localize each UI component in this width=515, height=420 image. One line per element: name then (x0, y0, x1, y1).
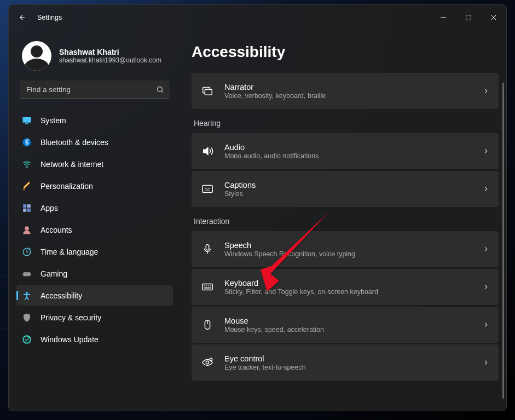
eye-icon (201, 356, 213, 369)
sidebar-item-label: Network & internet (40, 160, 103, 169)
card-title: Speech (224, 241, 471, 250)
card-title: Eye control (224, 354, 471, 363)
card-body: NarratorVoice, verbosity, keyboard, brai… (224, 83, 471, 100)
maximize-button[interactable] (456, 9, 481, 26)
card-title: Narrator (224, 83, 471, 91)
svg-point-17 (28, 273, 29, 274)
sidebar-item-gaming[interactable]: Gaming (16, 263, 173, 284)
sidebar-item-system[interactable]: System (16, 110, 173, 130)
card-title: Mouse (224, 317, 471, 325)
svg-rect-11 (27, 208, 31, 211)
sidebar-item-accounts[interactable]: Accounts (16, 220, 173, 240)
audio-icon (201, 145, 213, 157)
sidebar-item-label: Privacy & security (40, 313, 101, 322)
scrollbar[interactable] (502, 83, 504, 399)
gamepad-icon (22, 269, 32, 279)
sidebar-item-label: Time & language (40, 248, 98, 256)
sidebar-item-label: Bluetooth & devices (40, 138, 108, 147)
sidebar: Shashwat Khatri shashwat.khatri1993@outl… (9, 30, 178, 411)
card-eye[interactable]: Eye controlEye tracker, text-to-speech (192, 344, 499, 381)
card-speech[interactable]: SpeechWindows Speech Recognition, voice … (192, 231, 499, 267)
update-icon (22, 335, 32, 344)
page-title: Accessibility (192, 43, 499, 61)
monitor-icon (22, 116, 32, 125)
keyboard-icon (201, 281, 213, 293)
card-subtitle: Voice, verbosity, keyboard, braille (224, 92, 471, 100)
minimize-button[interactable] (431, 9, 456, 26)
section-label-interaction: Interaction (194, 217, 499, 226)
window-title: Settings (37, 14, 62, 21)
shield-icon (22, 313, 32, 323)
card-title: Keyboard (224, 279, 471, 287)
sidebar-item-label: Personalization (40, 182, 93, 191)
svg-point-29 (210, 358, 212, 361)
sidebar-item-network[interactable]: Network & internet (16, 154, 173, 174)
svg-point-12 (25, 226, 29, 231)
sidebar-item-update[interactable]: Windows Update (16, 329, 173, 349)
user-name: Shashwat Khatri (59, 48, 161, 56)
svg-rect-3 (23, 117, 31, 123)
main-content: Accessibility NarratorVoice, verbosity, … (178, 30, 506, 411)
svg-text:CC: CC (205, 187, 211, 192)
svg-point-14 (28, 248, 31, 250)
card-subtitle: Eye tracker, text-to-speech (224, 364, 471, 371)
close-button[interactable] (481, 9, 506, 26)
svg-rect-1 (466, 15, 471, 20)
svg-rect-4 (25, 123, 28, 124)
sidebar-item-personalization[interactable]: Personalization (16, 176, 173, 196)
card-body: KeyboardSticky, Filter, and Toggle keys,… (224, 279, 471, 296)
search-input[interactable] (20, 80, 170, 99)
card-keyboard[interactable]: KeyboardSticky, Filter, and Toggle keys,… (192, 269, 499, 305)
sidebar-item-accessibility[interactable]: Accessibility (16, 285, 173, 306)
person-icon (22, 225, 32, 235)
user-profile[interactable]: Shashwat Khatri shashwat.khatri1993@outl… (16, 30, 173, 80)
apps-icon (22, 203, 32, 213)
card-captions[interactable]: CCCaptionsStyles (192, 171, 499, 207)
chevron-right-icon (482, 359, 490, 366)
sidebar-item-label: Accounts (40, 226, 72, 234)
svg-point-6 (26, 166, 27, 168)
svg-rect-15 (23, 272, 31, 277)
back-button[interactable] (19, 14, 26, 21)
card-body: AudioMono audio, audio notifications (224, 143, 471, 160)
chevron-right-icon (482, 321, 490, 329)
card-body: SpeechWindows Speech Recognition, voice … (224, 241, 471, 258)
mic-icon (201, 243, 213, 255)
sidebar-item-bluetooth[interactable]: Bluetooth & devices (16, 132, 173, 152)
card-mouse[interactable]: MouseMouse keys, speed, acceleration (192, 307, 499, 343)
card-title: Audio (224, 143, 471, 152)
sidebar-item-privacy[interactable]: Privacy & security (16, 307, 173, 327)
svg-rect-7 (23, 188, 25, 190)
card-narrator[interactable]: NarratorVoice, verbosity, keyboard, brai… (192, 73, 499, 109)
card-subtitle: Windows Speech Recognition, voice typing (224, 250, 471, 258)
card-body: CaptionsStyles (224, 181, 471, 198)
wifi-icon (22, 159, 32, 169)
chevron-right-icon (482, 185, 490, 193)
card-subtitle: Mouse keys, speed, acceleration (224, 326, 471, 333)
mouse-icon (201, 319, 213, 331)
card-subtitle: Styles (224, 190, 471, 198)
clock-icon (22, 247, 32, 257)
card-audio[interactable]: AudioMono audio, audio notifications (192, 133, 499, 169)
svg-rect-25 (202, 284, 212, 290)
svg-rect-21 (205, 89, 212, 95)
sidebar-item-label: Gaming (40, 269, 67, 278)
narrator-icon (201, 85, 213, 97)
svg-point-16 (25, 273, 26, 274)
sidebar-item-label: Windows Update (40, 335, 99, 344)
user-email: shashwat.khatri1993@outlook.com (59, 56, 161, 64)
chevron-right-icon (482, 245, 490, 253)
sidebar-item-label: Apps (40, 204, 58, 212)
nav-list: SystemBluetooth & devicesNetwork & inter… (16, 110, 173, 349)
svg-rect-24 (206, 245, 209, 250)
svg-rect-8 (23, 204, 26, 208)
section-label-hearing: Hearing (194, 119, 499, 128)
sidebar-item-apps[interactable]: Apps (16, 198, 173, 218)
card-body: MouseMouse keys, speed, acceleration (224, 317, 471, 333)
sidebar-item-time[interactable]: Time & language (16, 241, 173, 262)
card-body: Eye controlEye tracker, text-to-speech (224, 354, 471, 371)
avatar (22, 41, 51, 71)
settings-window: Settings Shashwat Khatri shashwat.khatri… (8, 4, 507, 411)
svg-point-18 (26, 291, 28, 294)
card-title: Captions (224, 181, 471, 189)
